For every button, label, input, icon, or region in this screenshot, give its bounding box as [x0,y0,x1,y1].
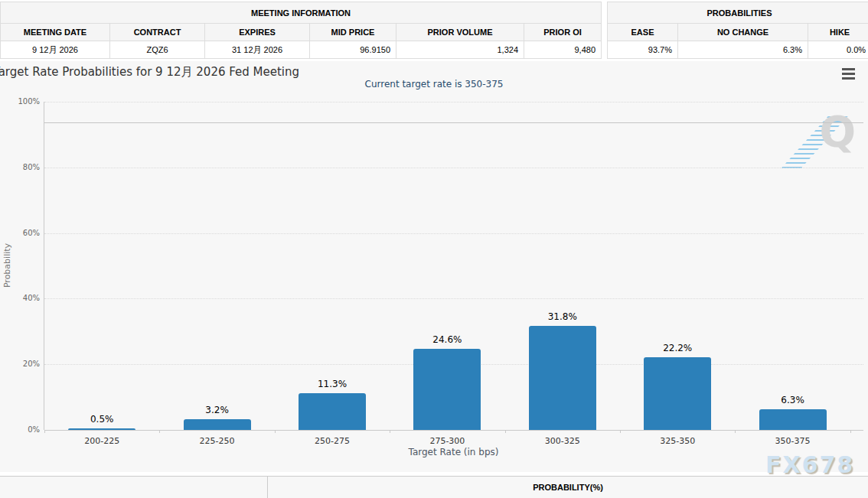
chart-menu-icon[interactable] [842,68,855,82]
gridline-80 [44,168,863,168]
x-axis-line [44,430,863,431]
xtick-mark [390,430,390,433]
plotline-ease [44,122,863,123]
xtick-mark [44,430,45,433]
bar-275-300[interactable] [413,349,481,430]
gridline-100 [44,102,863,103]
gridline-40 [44,298,863,299]
chart-title: Target Rate Probabilities for 9 12月 2026… [0,65,299,80]
chart-panel: Target Rate Probabilities for 9 12月 2026… [0,61,868,472]
xtick-label-200-225: 200-225 [84,436,119,446]
xtick-mark [505,430,506,433]
xtick-label-350-375: 350-375 [775,436,811,446]
bar-200-225[interactable] [68,428,135,430]
bar-value-label: 3.2% [205,405,229,415]
xtick-mark [735,430,736,433]
col-mid-price: MID PRICE [310,24,396,41]
ytick-label-100: 100% [8,97,40,106]
ytick-label-0: 0% [8,425,40,434]
chart-subtitle: Current target rate is 350-375 [0,79,868,90]
meeting-information-row: 9 12月 2026 ZQZ6 31 12月 2026 96.9150 1,32… [1,41,602,59]
mid-price-value: 96.9150 [310,41,396,59]
bar-value-label: 6.3% [781,395,804,405]
meeting-information-header: MEETING INFORMATION [1,2,602,24]
bottom-table-header-row: PROBABILITY(%) [0,476,868,498]
xtick-mark [159,430,160,433]
ytick-label-80: 80% [8,163,40,171]
ease-value: 93.7% [608,41,678,59]
ytick-label-20: 20% [8,360,40,368]
no-change-value: 6.3% [678,41,808,59]
meeting-date-value: 9 12月 2026 [1,41,110,59]
expires-value: 31 12月 2026 [205,41,310,59]
xtick-label-300-325: 300-325 [545,436,580,446]
bar-225-250[interactable] [184,419,251,430]
bar-value-label: 11.3% [318,379,347,389]
col-hike: HIKE [808,24,868,41]
col-prior-oi: PRIOR OI [524,24,602,41]
bar-300-325[interactable] [529,326,596,430]
col-meeting-date: MEETING DATE [1,24,110,41]
probabilities-row: 93.7% 6.3% 0.0% [608,41,868,59]
bar-value-label: 0.5% [90,414,114,425]
xtick-label-250-275: 250-275 [315,436,350,446]
xtick-label-225-250: 225-250 [200,436,235,446]
fx678-watermark: FX678 [765,451,854,478]
col-expires: EXPIRES [205,24,310,41]
prior-oi-value: 9,480 [524,41,602,59]
xtick-mark [620,430,621,433]
col-ease: EASE [608,24,678,41]
xtick-label-325-350: 325-350 [660,436,695,446]
xtick-mark [850,430,851,433]
hike-value: 0.0% [808,41,868,59]
probability-percent-header: PROBABILITY(%) [268,477,868,498]
bar-value-label: 31.8% [548,311,577,322]
gridline-60 [44,233,863,234]
probabilities-table: PROBABILITIES EASE NO CHANGE HIKE 93.7% … [607,2,868,59]
meeting-information-table: MEETING INFORMATION MEETING DATE CONTRAC… [0,2,602,59]
bottom-table-empty-cell [0,477,268,498]
bar-value-label: 22.2% [663,343,692,353]
bar-325-350[interactable] [644,357,711,430]
probabilities-header: PROBABILITIES [608,2,868,24]
col-contract: CONTRACT [110,24,205,41]
fedwatch-page: MEETING INFORMATION MEETING DATE CONTRAC… [0,0,868,498]
col-no-change: NO CHANGE [678,24,808,41]
bar-value-label: 24.6% [432,334,462,345]
yaxis-title: Probability [2,220,13,311]
xtick-mark [275,430,276,433]
plot-area: 0%20%40%60%80%100%0.5%200-2253.2%225-250… [44,102,863,430]
bar-350-375[interactable] [759,409,827,430]
bar-250-275[interactable] [299,393,366,430]
xaxis-title: Target Rate (in bps) [44,447,863,457]
col-prior-volume: PRIOR VOLUME [396,24,524,41]
xtick-label-275-300: 275-300 [429,436,465,446]
prior-volume-value: 1,324 [396,41,524,59]
contract-value: ZQZ6 [110,41,205,59]
